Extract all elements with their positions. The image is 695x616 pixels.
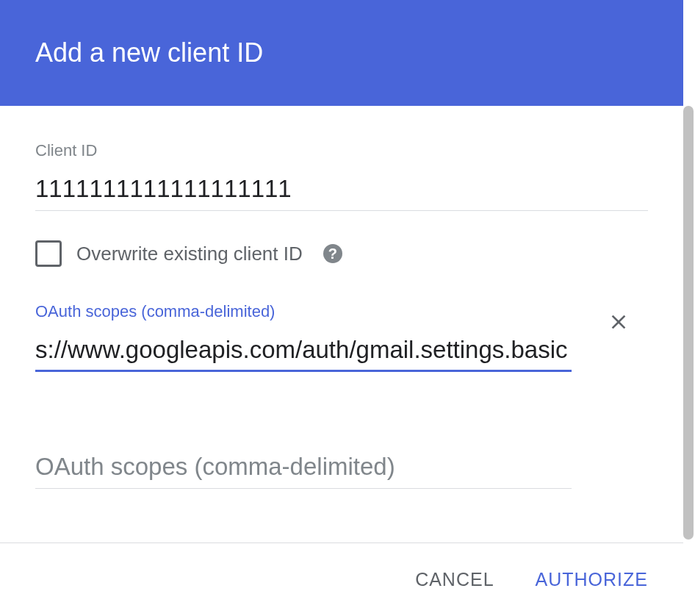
scopes-input[interactable] [35, 336, 572, 372]
scopes-field-group: OAuth scopes (comma-delimited) [35, 302, 572, 372]
scopes-row: OAuth scopes (comma-delimited) [35, 302, 648, 372]
cancel-button[interactable]: CANCEL [409, 562, 500, 598]
client-id-input[interactable] [35, 175, 648, 211]
scrollbar[interactable] [683, 106, 694, 540]
close-icon[interactable] [607, 310, 630, 334]
dialog-footer: CANCEL AUTHORIZE [0, 542, 683, 616]
dialog-title: Add a new client ID [35, 37, 263, 68]
scopes-label: OAuth scopes (comma-delimited) [35, 302, 572, 321]
client-id-field-group: Client ID [35, 141, 648, 211]
scopes-placeholder-input[interactable] [35, 453, 572, 489]
authorize-button[interactable]: AUTHORIZE [530, 562, 654, 598]
overwrite-checkbox-label: Overwrite existing client ID [76, 243, 303, 265]
client-id-label: Client ID [35, 141, 648, 160]
dialog-header: Add a new client ID [0, 0, 683, 106]
help-icon[interactable]: ? [323, 244, 342, 263]
scopes-placeholder-group [35, 453, 648, 489]
dialog-content: Client ID Overwrite existing client ID ?… [0, 106, 683, 489]
overwrite-checkbox-row: Overwrite existing client ID ? [35, 240, 648, 267]
overwrite-checkbox[interactable] [35, 240, 62, 267]
